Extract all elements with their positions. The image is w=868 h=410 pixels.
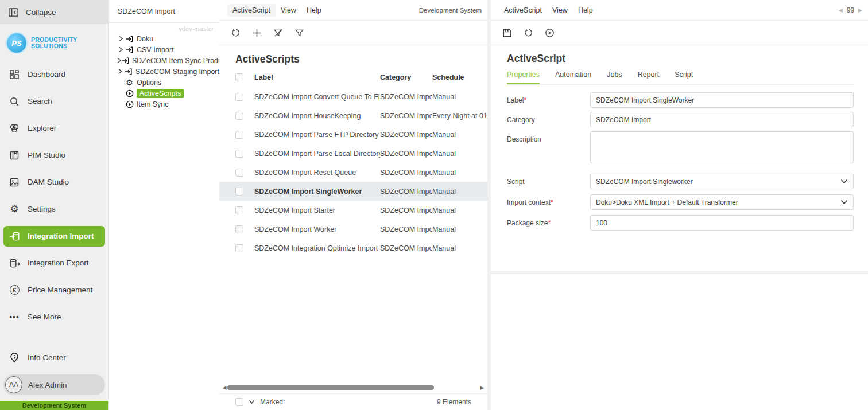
user-name: Alex Admin <box>28 381 67 389</box>
tree-item-sdzecom-item-sync-products[interactable]: SDZeCOM Item Sync Products <box>109 55 219 66</box>
save-button[interactable] <box>499 25 515 41</box>
menu-help[interactable]: Help <box>573 4 598 17</box>
menu-view[interactable]: View <box>547 4 573 17</box>
refresh-button[interactable] <box>227 25 243 41</box>
tab-script[interactable]: Script <box>675 71 693 84</box>
chevron-right-icon[interactable] <box>117 68 124 75</box>
tree-item-csv-import[interactable]: CSV Import <box>109 44 219 55</box>
column-schedule[interactable]: Schedule <box>432 73 487 81</box>
list-toolbar <box>219 21 487 45</box>
table-row[interactable]: SDZeCOM Import Convert Queue To Filesyst… <box>219 87 487 106</box>
dashboard-icon <box>9 69 20 80</box>
row-checkbox[interactable] <box>235 244 243 252</box>
sidebar-item-dashboard[interactable]: Dashboard <box>3 64 105 85</box>
menu-activescript[interactable]: ActiveScript <box>499 4 547 17</box>
column-category[interactable]: Category <box>380 73 432 81</box>
scroll-left-icon[interactable]: ◀ <box>222 385 227 391</box>
sidebar-item-price-management[interactable]: € Price Management <box>3 280 105 300</box>
menu-help[interactable]: Help <box>301 4 327 17</box>
row-checkbox[interactable] <box>235 225 243 233</box>
tab-properties[interactable]: Properties <box>507 71 540 84</box>
horizontal-scrollbar[interactable]: ◀ ▶ <box>219 382 487 393</box>
chevron-right-icon[interactable] <box>117 57 122 64</box>
row-checkbox[interactable] <box>235 150 243 158</box>
pager-next-icon[interactable]: ▶ <box>858 7 862 13</box>
run-icon <box>545 28 555 38</box>
row-checkbox[interactable] <box>235 169 243 177</box>
list-menubar: ActiveScript View Help Development Syste… <box>219 0 487 21</box>
tree-item-doku[interactable]: Doku <box>109 33 219 44</box>
sidebar-item-integration-export[interactable]: Integration Export <box>3 253 105 274</box>
sidebar-item-search[interactable]: Search <box>3 91 105 112</box>
integration-import-icon <box>9 231 20 241</box>
table-row[interactable]: SDZeCOM Integration Optimize Import Tabl… <box>219 239 487 257</box>
add-button[interactable] <box>249 25 265 41</box>
form-row-label: Label* <box>507 92 854 108</box>
scroll-right-icon[interactable]: ▶ <box>479 385 485 391</box>
tree-panel: SDZeCOM Import vdev-master Doku CSV Impo… <box>108 0 219 410</box>
pager-previous-icon[interactable]: ◀ <box>839 7 843 13</box>
list-footer: Marked: 9 Elements <box>219 393 487 410</box>
tab-automation[interactable]: Automation <box>555 71 591 84</box>
column-label[interactable]: Label <box>254 73 380 81</box>
run-button[interactable] <box>541 25 557 41</box>
marked-checkbox[interactable] <box>235 398 243 406</box>
collapse-button[interactable]: Collapse <box>0 0 108 24</box>
table-row-selected[interactable]: SDZeCOM Import SingleWorker SDZeCOM Impo… <box>219 182 487 201</box>
sidebar-item-integration-import[interactable]: Integration Import <box>3 226 105 247</box>
category-field[interactable] <box>590 112 854 127</box>
tree-item-item-sync[interactable]: Item Sync <box>109 99 219 110</box>
tree-item-activescripts[interactable]: ActiveScripts <box>109 88 219 99</box>
scrollbar-track[interactable] <box>227 385 479 390</box>
filter-clear-icon <box>273 28 283 38</box>
tab-report[interactable]: Report <box>638 71 660 84</box>
scrollbar-thumb[interactable] <box>227 385 434 390</box>
brand-logo[interactable]: PS PRODUCTIVITY SOLUTIONS <box>0 24 108 61</box>
tab-jobs[interactable]: Jobs <box>607 71 622 84</box>
table-row[interactable]: SDZeCOM Import Parse Local Directory SDZ… <box>219 144 487 163</box>
package-size-field-label: Package size* <box>507 215 590 231</box>
script-select[interactable]: SDZeCOM Import Singleworker <box>590 174 854 189</box>
sidebar-item-pim-studio[interactable]: PIM Studio <box>3 145 105 166</box>
sidebar-item-settings[interactable]: ⚙ Settings <box>3 199 105 220</box>
menu-activescript[interactable]: ActiveScript <box>227 4 276 17</box>
row-checkbox[interactable] <box>235 93 243 101</box>
row-checkbox[interactable] <box>235 112 243 120</box>
detail-content: ActiveScript Properties Automation Jobs … <box>491 45 868 274</box>
table-row[interactable]: SDZeCOM Import Starter SDZeCOM Import Ma… <box>219 201 487 220</box>
chevron-right-icon[interactable] <box>117 36 125 42</box>
filter-button[interactable] <box>291 25 307 41</box>
tree-item-options[interactable]: ⚙ Options <box>109 77 219 88</box>
table-row[interactable]: SDZeCOM Import Reset Queue SDZeCOM Impor… <box>219 163 487 182</box>
chevron-down-icon[interactable] <box>249 400 255 404</box>
sidebar-item-explorer[interactable]: Explorer <box>3 118 105 139</box>
import-node-icon <box>125 46 134 54</box>
filter-clear-button[interactable] <box>270 25 286 41</box>
chevron-right-icon[interactable] <box>117 46 125 53</box>
select-all-checkbox[interactable] <box>235 73 243 81</box>
table-row[interactable]: SDZeCOM Import HouseKeeping SDZeCOM Impo… <box>219 106 487 125</box>
menu-view[interactable]: View <box>276 4 301 17</box>
row-checkbox[interactable] <box>235 206 243 214</box>
brand-name: PRODUCTIVITY SOLUTIONS <box>31 37 78 49</box>
info-center-icon <box>9 353 20 363</box>
row-checkbox[interactable] <box>235 188 243 196</box>
required-asterisk: * <box>524 96 526 104</box>
sidebar-item-info-center[interactable]: Info Center <box>3 347 105 368</box>
refresh-button[interactable] <box>520 25 536 41</box>
sidebar-item-see-more[interactable]: ••• See More <box>3 307 105 327</box>
sidebar-item-dam-studio[interactable]: DAM Studio <box>3 172 105 193</box>
package-size-field[interactable] <box>590 215 854 231</box>
description-field[interactable] <box>590 131 854 163</box>
import-context-select[interactable]: Doku>Doku XML Import + Default Transform… <box>590 194 854 210</box>
row-checkbox[interactable] <box>235 131 243 139</box>
script-field-label: Script <box>507 174 590 189</box>
user-menu[interactable]: AA Alex Admin <box>3 374 105 395</box>
table-row[interactable]: SDZeCOM Import Worker SDZeCOM Import Man… <box>219 220 487 239</box>
form-row-category: Category <box>507 112 854 127</box>
table-row[interactable]: SDZeCOM Import Parse FTP Directory SDZeC… <box>219 125 487 144</box>
tree-item-sdzecom-staging-import[interactable]: SDZeCOM Staging Import <box>109 66 219 77</box>
label-field[interactable] <box>590 92 854 108</box>
version-tag: vdev-master <box>109 23 219 33</box>
label-field-label: Label* <box>507 92 590 108</box>
